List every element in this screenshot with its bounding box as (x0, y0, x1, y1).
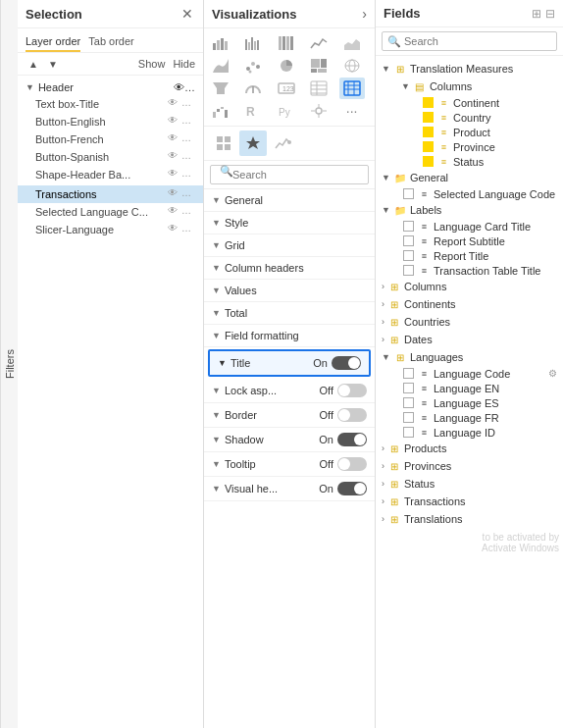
field-item-province[interactable]: ≡ Province (387, 139, 563, 154)
viz-fields-button[interactable] (210, 130, 237, 156)
subgroup-columns-header[interactable]: ▼ ▤ Columns (387, 78, 563, 95)
section-style-header[interactable]: ▼ Style (204, 212, 375, 234)
layer-item-slicer-language[interactable]: Slicer-Language 👁 … (18, 221, 203, 238)
tree-group-header-status[interactable]: › ⊞ Status (376, 475, 563, 493)
section-title-row[interactable]: ▼ Title On (210, 351, 369, 375)
visual-header-toggle[interactable]: On (319, 482, 367, 495)
shadow-toggle[interactable]: On (319, 433, 367, 446)
filters-sidebar[interactable]: Filters (0, 0, 18, 728)
section-shadow-header[interactable]: ▼ Shadow On (204, 428, 375, 451)
checkbox-report-title[interactable] (403, 250, 414, 261)
checkbox-product[interactable] (423, 127, 434, 137)
toggle-switch-on[interactable] (337, 433, 367, 446)
layer-item-button-french[interactable]: Button-French 👁 … (18, 130, 203, 148)
field-item-country[interactable]: ≡ Country (387, 110, 563, 125)
section-visual-header-header[interactable]: ▼ Visual he... On (204, 477, 375, 500)
viz-icon-map[interactable] (339, 55, 365, 77)
field-item-lang-card-title[interactable]: ≡ Language Card Title (376, 219, 563, 234)
checkbox-language-es[interactable] (403, 397, 414, 408)
viz-icon-python[interactable]: Py (274, 100, 299, 122)
field-item-report-subtitle[interactable]: ≡ Report Subtitle (376, 234, 563, 248)
viz-icon-r-visual[interactable]: R (240, 100, 266, 122)
checkbox-province[interactable] (423, 141, 434, 152)
tree-group-header-columns[interactable]: › ⊞ Columns (376, 278, 563, 295)
layer-item-shape-header[interactable]: Shape-Header Ba... 👁 … (18, 166, 203, 183)
layer-item-selected-language[interactable]: Selected Language C... 👁 … (18, 203, 203, 221)
viz-search-input[interactable] (210, 165, 369, 184)
show-button[interactable]: Show (138, 58, 166, 70)
viz-icon-stacked-bar[interactable] (208, 32, 233, 54)
tree-group-header-countries[interactable]: › ⊞ Countries (376, 313, 563, 331)
layer-item-button-english[interactable]: Button-English 👁 … (18, 113, 203, 130)
viz-icon-treemap[interactable] (306, 55, 332, 77)
viz-icon-ribbon[interactable] (208, 55, 233, 77)
field-item-language-es[interactable]: ≡ Language ES (376, 395, 563, 410)
field-item-status[interactable]: ≡ Status (387, 154, 563, 169)
toggle-switch-off[interactable] (337, 408, 367, 422)
viz-icon-matrix[interactable] (339, 78, 365, 99)
tooltip-toggle[interactable]: Off (320, 457, 367, 471)
expand-icon[interactable]: ⊞ (532, 7, 541, 21)
field-item-language-id[interactable]: ≡ Language ID (376, 425, 563, 440)
section-border-header[interactable]: ▼ Border Off (204, 403, 375, 427)
field-item-transaction-table-title[interactable]: ≡ Transaction Table Title (376, 263, 563, 278)
viz-icon-waterfall[interactable] (208, 100, 233, 122)
viz-icon-100pct-bar[interactable] (274, 32, 299, 54)
tree-group-header-provinces[interactable]: › ⊞ Provinces (376, 457, 563, 475)
viz-expand-icon[interactable]: › (362, 6, 367, 22)
checkbox-selected-lang-code[interactable] (403, 188, 414, 199)
viz-icon-gauge[interactable] (240, 78, 266, 99)
viz-icon-pie[interactable] (274, 55, 299, 77)
field-item-selected-lang-code[interactable]: ≡ Selected Language Code (376, 186, 563, 201)
tree-group-header-labels[interactable]: ▼ 📁 Labels (376, 201, 563, 219)
tree-group-header-transactions[interactable]: › ⊞ Transactions (376, 493, 563, 510)
section-grid-header[interactable]: ▼ Grid (204, 234, 375, 256)
toggle-switch-on[interactable] (332, 356, 361, 370)
section-column-headers-header[interactable]: ▼ Column headers (204, 257, 375, 279)
title-toggle[interactable]: On (313, 356, 361, 370)
viz-format-button[interactable] (239, 130, 267, 156)
viz-icon-decomp[interactable] (306, 100, 332, 122)
tree-group-header-translation-measures[interactable]: ▼ ⊞ Translation Measures (376, 60, 563, 78)
viz-icon-card[interactable]: 123 (274, 78, 299, 99)
tree-group-header-dates[interactable]: › ⊞ Dates (376, 331, 563, 348)
tree-group-header-languages[interactable]: ▼ ⊞ Languages (376, 348, 563, 366)
checkbox-language-code[interactable] (403, 368, 414, 379)
fields-search-input[interactable] (382, 31, 557, 51)
checkbox-lang-card-title[interactable] (403, 221, 414, 232)
move-up-button[interactable]: ▲ (26, 56, 41, 72)
viz-icon-funnel[interactable] (208, 78, 233, 99)
field-item-product[interactable]: ≡ Product (387, 125, 563, 139)
move-down-button[interactable]: ▼ (45, 56, 61, 72)
tree-group-header-continents[interactable]: › ⊞ Continents (376, 295, 563, 313)
lock-asp-toggle[interactable]: Off (320, 384, 367, 397)
section-general-header[interactable]: ▼ General (204, 189, 375, 211)
viz-icon-more[interactable]: ··· (339, 100, 365, 122)
layer-item-transactions[interactable]: Transactions 👁 … (18, 185, 203, 203)
viz-icon-clustered-bar[interactable] (240, 32, 266, 54)
field-item-report-title[interactable]: ≡ Report Title (376, 248, 563, 263)
checkbox-language-fr[interactable] (403, 412, 414, 423)
checkbox-status[interactable] (423, 156, 434, 167)
section-total-header[interactable]: ▼ Total (204, 302, 375, 324)
tab-layer-order[interactable]: Layer order (26, 32, 80, 52)
viz-icon-scatter[interactable] (240, 55, 266, 77)
hide-button[interactable]: Hide (173, 58, 195, 70)
checkbox-language-en[interactable] (403, 383, 414, 393)
tree-group-header-products[interactable]: › ⊞ Products (376, 440, 563, 457)
tree-group-header-general[interactable]: ▼ 📁 General (376, 169, 563, 186)
layer-group-header-toggle[interactable]: ▼ Header 👁 … (18, 79, 203, 95)
section-tooltip-header[interactable]: ▼ Tooltip Off (204, 452, 375, 476)
checkbox-country[interactable] (423, 112, 434, 123)
viz-icon-table[interactable] (306, 78, 332, 99)
field-item-language-code[interactable]: ≡ Language Code ⚙ (376, 366, 563, 381)
collapse-icon[interactable]: ⊟ (545, 7, 555, 21)
field-item-language-en[interactable]: ≡ Language EN (376, 381, 563, 395)
field-item-language-fr[interactable]: ≡ Language FR (376, 410, 563, 425)
tab-tab-order[interactable]: Tab order (88, 32, 133, 52)
checkbox-report-subtitle[interactable] (403, 235, 414, 246)
toggle-switch-on[interactable] (337, 482, 367, 495)
tree-group-header-translations[interactable]: › ⊞ Translations (376, 510, 563, 528)
viz-icon-line[interactable] (306, 32, 332, 54)
field-item-continent[interactable]: ≡ Continent (387, 95, 563, 110)
